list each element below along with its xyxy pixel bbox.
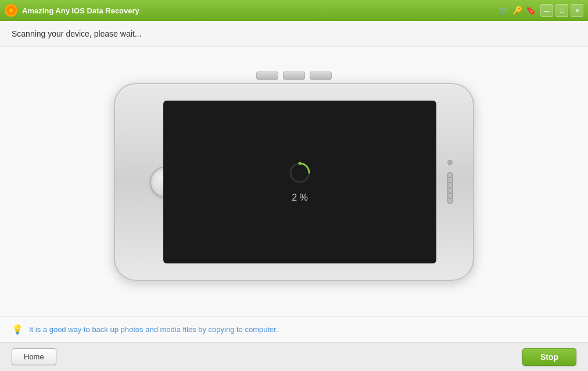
stop-button[interactable]: Stop	[522, 348, 576, 366]
speaker-line-1	[449, 177, 451, 178]
phone-body: 2 %	[114, 83, 474, 281]
tip-bulb-icon: 💡	[12, 324, 23, 335]
side-camera-dot	[447, 160, 453, 165]
speaker-line-3	[449, 187, 451, 188]
close-button[interactable]: ✕	[571, 4, 583, 17]
loading-spinner	[288, 161, 311, 184]
speaker-line-5	[449, 198, 451, 199]
tip-area: 💡 It is a good way to back up photos and…	[0, 316, 588, 342]
phone-top-buttons	[256, 72, 332, 80]
svg-point-2	[299, 162, 302, 165]
cart-icon[interactable]: 🛒	[499, 6, 509, 15]
phone-side-buttons	[447, 160, 453, 204]
minimize-button[interactable]: —	[540, 4, 553, 17]
status-bar: Scanning your device, please wait...	[0, 21, 588, 47]
app-logo	[5, 4, 17, 17]
scan-percent: 2 %	[292, 192, 308, 203]
bottom-bar: Home Stop	[0, 342, 588, 371]
phone-top-btn-1	[256, 72, 278, 80]
phone-top-btn-3	[310, 72, 332, 80]
window-controls: — □ ✕	[540, 4, 583, 17]
scan-content: 2 %	[288, 161, 311, 203]
key-icon[interactable]: 🔑	[512, 6, 522, 15]
speaker-line-2	[449, 182, 451, 183]
home-button[interactable]: Home	[12, 348, 56, 365]
phone-top-btn-2	[283, 72, 305, 80]
phone-illustration: 2 %	[102, 72, 486, 292]
maximize-button[interactable]: □	[555, 4, 568, 17]
title-left: Amazing Any IOS Data Recovery	[5, 4, 139, 17]
speaker-line-4	[449, 192, 451, 194]
title-bar: Amazing Any IOS Data Recovery 🛒 🔑 🔖 — □ …	[0, 0, 588, 21]
phone-screen: 2 %	[163, 101, 436, 263]
side-speaker	[447, 172, 453, 204]
tip-text: It is a good way to back up photos and m…	[29, 325, 278, 334]
main-content: 2 %	[0, 47, 588, 316]
scanning-message: Scanning your device, please wait...	[12, 29, 141, 38]
toolbar-icons: 🛒 🔑 🔖	[499, 6, 536, 15]
app-title: Amazing Any IOS Data Recovery	[22, 6, 139, 15]
bookmark-icon[interactable]: 🔖	[526, 6, 536, 15]
